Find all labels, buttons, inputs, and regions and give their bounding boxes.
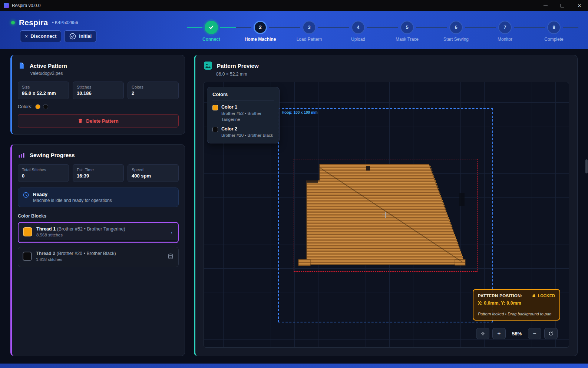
- step-load-pattern[interactable]: 3 Load Pattern: [285, 19, 334, 42]
- thread1-swatch: [23, 227, 32, 236]
- zoom-level: 58%: [509, 331, 525, 336]
- connection-status-dot: [11, 21, 15, 24]
- step-home-machine[interactable]: 2 Home Machine: [236, 19, 285, 42]
- reset-view-button[interactable]: [544, 328, 558, 339]
- stat-size: Size 86.0 x 52.2 mm: [18, 82, 69, 99]
- stat-total-stitches: Total Stitches 0: [18, 164, 69, 182]
- active-pattern-card: Active Pattern valetudogv2.pes Size 86.0…: [10, 55, 185, 135]
- app-header: Respira • K4P502956 × Disconnect Initial…: [0, 11, 588, 49]
- step-monitor[interactable]: 7 Monitor: [480, 19, 529, 42]
- status-message: Machine is idle and ready for operations: [33, 198, 112, 203]
- card-title: Pattern Preview: [217, 63, 259, 69]
- color-swatch-2: [43, 104, 48, 109]
- thread2-swatch: [23, 252, 32, 261]
- app-icon: [4, 3, 9, 8]
- sewing-progress-card: Sewing Progress Total Stitches 0 Est. Ti…: [10, 144, 185, 356]
- check-circle-icon: [69, 33, 76, 40]
- machine-status-banner: Ready Machine is idle and ready for oper…: [18, 188, 179, 207]
- x-icon: ×: [25, 33, 28, 39]
- pattern-dimensions: 86.0 × 52.2 mm: [216, 72, 569, 77]
- legend-swatch-2: [212, 127, 218, 132]
- pattern-bounds-outline: [294, 159, 478, 272]
- minimize-button[interactable]: [537, 0, 554, 11]
- maximize-button[interactable]: [554, 0, 571, 11]
- thread-block-1[interactable]: Thread 1 (Brother #52 • Brother Tangerin…: [18, 222, 179, 243]
- trash-icon: [78, 118, 83, 123]
- workflow-stepper: Connect 2 Home Machine 3 Load Pattern 4 …: [187, 19, 578, 42]
- thread1-progress-bar: [20, 240, 176, 241]
- step-start-sewing[interactable]: 6 Start Sewing: [432, 19, 480, 42]
- initial-button[interactable]: Initial: [64, 30, 96, 42]
- step-check-icon: [205, 21, 218, 34]
- close-icon: ✕: [578, 3, 582, 9]
- arrow-right-icon: →: [167, 228, 174, 236]
- lock-toggle[interactable]: LOCKED: [532, 294, 555, 298]
- stat-speed: Speed 400 spm: [128, 164, 179, 182]
- machine-serial: • K4P502956: [52, 20, 78, 25]
- clock-icon: [23, 192, 29, 198]
- card-title: Sewing Progress: [30, 152, 75, 158]
- pattern-position-panel: PATTERN POSITION: LOCKED X: 0.0mm, Y: 0.…: [473, 289, 560, 321]
- step-upload[interactable]: 4 Upload: [334, 19, 383, 42]
- step-complete[interactable]: 8 Complete: [529, 19, 578, 42]
- zoom-out-button[interactable]: −: [528, 328, 541, 339]
- color-swatch-1: [35, 104, 40, 109]
- maximize-icon: [561, 4, 564, 7]
- step-mask-trace[interactable]: 5 Mask Trace: [383, 19, 432, 42]
- plus-icon: +: [497, 330, 501, 337]
- file-icon: [18, 62, 25, 69]
- pattern-filename: valetudogv2.pes: [30, 71, 179, 76]
- app-name: Respira: [19, 18, 48, 27]
- minus-icon: −: [533, 330, 536, 337]
- pattern-preview-card: Pattern Preview 86.0 × 52.2 mm Hoop: 100…: [194, 55, 578, 356]
- footer-bar: [0, 364, 588, 368]
- colors-legend-panel: Colors Color 1 Brother #52 • Brother Tan…: [207, 87, 280, 143]
- stat-est-time: Est. Time 16:39: [73, 164, 124, 182]
- fit-view-icon: [480, 331, 485, 336]
- stat-colors: Colors 2: [128, 82, 179, 99]
- window-titlebar[interactable]: Respira v0.0.0 ✕: [0, 0, 588, 11]
- delete-pattern-button[interactable]: Delete Pattern: [18, 114, 179, 127]
- zoom-in-button[interactable]: +: [492, 328, 506, 339]
- zoom-controls: + 58% −: [476, 328, 558, 339]
- window-title: Respira v0.0.0: [12, 3, 40, 8]
- legend-item-color2: Color 2 Brother #20 • Brother Black: [212, 126, 274, 139]
- minimize-icon: [544, 6, 548, 6]
- status-title: Ready: [33, 192, 112, 197]
- step-connect[interactable]: Connect: [187, 19, 236, 42]
- fit-view-button[interactable]: [476, 328, 489, 339]
- card-title: Active Pattern: [30, 63, 67, 69]
- colors-label: Colors:: [18, 104, 33, 109]
- lock-icon: [532, 294, 536, 298]
- stat-stitches: Stitches 10.186: [73, 82, 124, 99]
- queue-layers-icon: [167, 253, 174, 260]
- window-scrollbar[interactable]: [585, 159, 588, 173]
- legend-item-color1: Color 1 Brother #52 • Brother Tangerine: [212, 105, 274, 122]
- refresh-icon: [548, 331, 554, 336]
- bar-chart-icon: [18, 151, 25, 159]
- preview-canvas[interactable]: Hoop: 100 x 100 mm: [204, 82, 569, 348]
- pattern-coordinates: X: 0.0mm, Y: 0.0mm: [478, 301, 555, 306]
- legend-swatch-1: [212, 105, 218, 110]
- thread-block-2[interactable]: Thread 2 (Brother #20 • Brother Black) 1…: [18, 247, 179, 267]
- pan-hint: Pattern locked • Drag background to pan: [478, 309, 555, 316]
- disconnect-button[interactable]: × Disconnect: [20, 30, 61, 42]
- color-blocks-label: Color Blocks: [18, 213, 179, 219]
- image-icon: [204, 61, 212, 70]
- close-button[interactable]: ✕: [571, 0, 588, 11]
